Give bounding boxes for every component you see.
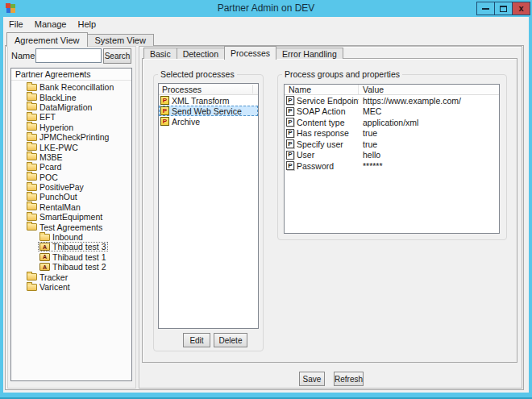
tree-item[interactable]: Thibaud test 2: [11, 262, 131, 272]
tree-item[interactable]: EFT: [11, 112, 131, 122]
name-input[interactable]: [35, 48, 102, 63]
property-value: true: [359, 139, 499, 149]
property-value: true: [359, 128, 499, 138]
property-value: application/xml: [359, 118, 499, 127]
process-p-icon: [160, 106, 169, 115]
save-button[interactable]: Save: [299, 372, 325, 386]
process-list-header[interactable]: Processes: [159, 84, 258, 95]
tree-item[interactable]: Inbound: [11, 232, 131, 242]
tree-item[interactable]: JPMCheckPrinting: [11, 132, 131, 142]
property-row[interactable]: Content type application/xml: [285, 117, 499, 128]
close-button[interactable]: x: [512, 2, 530, 15]
folder-icon: [27, 114, 37, 121]
tree-item[interactable]: POC: [11, 172, 131, 182]
process-list-item[interactable]: XML Transform: [159, 95, 258, 106]
property-row[interactable]: Specify user true: [285, 139, 499, 150]
tree-item-label: Inbound: [52, 232, 83, 242]
tree-item[interactable]: BlackLine: [11, 92, 131, 102]
window-title: Partner Admin on DEV: [0, 0, 532, 17]
property-name: SOAP Action: [297, 106, 346, 116]
tree-column-header[interactable]: Partner Agreements ▲: [11, 69, 131, 81]
tree-item-label: Test Agreements: [39, 222, 102, 232]
folder-icon: [27, 273, 37, 281]
tree-item-label: Thibaud test 3: [52, 242, 106, 251]
process-item-label: Send Web Service: [172, 106, 242, 116]
column-header-name[interactable]: Name: [285, 85, 359, 94]
detail-tab[interactable]: Basic: [143, 48, 177, 59]
menu-item-manage[interactable]: Manage: [29, 18, 73, 31]
property-row[interactable]: Has response true: [285, 128, 499, 139]
property-row[interactable]: SOAP Action MEC: [285, 106, 499, 118]
tree-item[interactable]: Bank Reconcillation: [11, 82, 131, 92]
group-title: Process groups and properties: [282, 69, 402, 80]
process-list: Processes XML Transform Send Web Service…: [158, 83, 259, 329]
folder-icon: [27, 164, 37, 171]
folder-icon: [27, 214, 37, 221]
folder-icon: [39, 234, 50, 241]
property-p-icon: [286, 139, 294, 148]
property-row[interactable]: Password ******: [285, 160, 499, 172]
tree-item-label: DataMigration: [39, 102, 92, 112]
view-tab-strip: Agreement ViewSystem View: [6, 31, 153, 46]
detail-tab[interactable]: Error Handling: [276, 48, 343, 59]
tree-item-label: LKE-PWC: [39, 143, 78, 152]
tree-item[interactable]: PositivePay: [11, 182, 131, 192]
detail-tab[interactable]: Processes: [224, 46, 276, 60]
process-list-item[interactable]: Send Web Service: [159, 106, 258, 116]
column-header-value[interactable]: Value: [359, 85, 499, 94]
tree-item-label: Pcard: [39, 162, 61, 172]
title-bar[interactable]: Partner Admin on DEV x: [0, 0, 532, 17]
tree-item[interactable]: Thibaud test 3: [11, 242, 131, 251]
tree-item-label: JPMCheckPrinting: [39, 132, 109, 142]
view-tab[interactable]: System View: [87, 34, 154, 46]
detail-tab-strip: BasicDetectionProcessesError Handling: [143, 45, 343, 59]
edit-button[interactable]: Edit: [183, 333, 210, 347]
property-p-icon: [286, 118, 294, 127]
process-list-items: XML Transform Send Web Service Archive: [159, 95, 258, 127]
property-p-icon: [286, 107, 294, 116]
folder-icon: [27, 84, 37, 91]
agreement-icon: [39, 253, 50, 261]
folder-icon: [27, 153, 37, 160]
app-window: Partner Admin on DEV x FileManageHelp Ag…: [0, 0, 532, 399]
tree-item[interactable]: Tracker: [11, 272, 131, 281]
tree-item[interactable]: RentalMan: [11, 202, 131, 212]
tree-item[interactable]: Hyperion: [11, 123, 131, 132]
maximize-icon: [500, 6, 507, 12]
property-row[interactable]: User hello: [285, 150, 499, 161]
tree-item[interactable]: Test Agreements: [11, 222, 131, 231]
tree-item[interactable]: PunchOut: [11, 192, 131, 202]
tree-item-label: SmartEquipment: [39, 212, 102, 222]
minimize-icon: [482, 8, 489, 10]
property-name: Password: [297, 161, 334, 171]
property-p-icon: [286, 129, 294, 138]
property-p-icon: [286, 151, 294, 160]
property-row[interactable]: Service Endpoint https://www.example.com…: [285, 95, 499, 106]
close-icon: x: [518, 4, 523, 13]
refresh-button[interactable]: Refresh: [334, 372, 364, 386]
tree-item[interactable]: Pcard: [11, 162, 131, 172]
process-list-item[interactable]: Archive: [159, 116, 258, 127]
folder-icon: [27, 123, 37, 131]
detail-tab[interactable]: Detection: [177, 48, 225, 59]
tree-item[interactable]: LKE-PWC: [11, 142, 131, 152]
menu-item-help[interactable]: Help: [73, 18, 102, 31]
agreement-icon: [39, 243, 50, 251]
tree-item[interactable]: M3BE: [11, 152, 131, 162]
tree-item[interactable]: Thibaud test 1: [11, 252, 131, 262]
tree-item[interactable]: DataMigration: [11, 102, 131, 112]
tree-item[interactable]: Varicent: [11, 282, 131, 292]
menu-item-file[interactable]: File: [3, 18, 29, 31]
tree-item[interactable]: SmartEquipment: [11, 212, 131, 222]
tree-item-label: EFT: [39, 112, 56, 122]
search-button[interactable]: Search: [103, 48, 131, 64]
property-value: https://www.example.com/: [359, 96, 499, 106]
tree-item-label: Hyperion: [39, 123, 73, 132]
delete-button[interactable]: Delete: [214, 333, 247, 347]
process-item-label: XML Transform: [172, 96, 229, 106]
maximize-button[interactable]: [494, 2, 513, 15]
minimize-button[interactable]: [476, 2, 495, 15]
folder-icon: [27, 223, 37, 231]
folder-icon: [27, 284, 37, 291]
view-tab[interactable]: Agreement View: [6, 32, 88, 47]
